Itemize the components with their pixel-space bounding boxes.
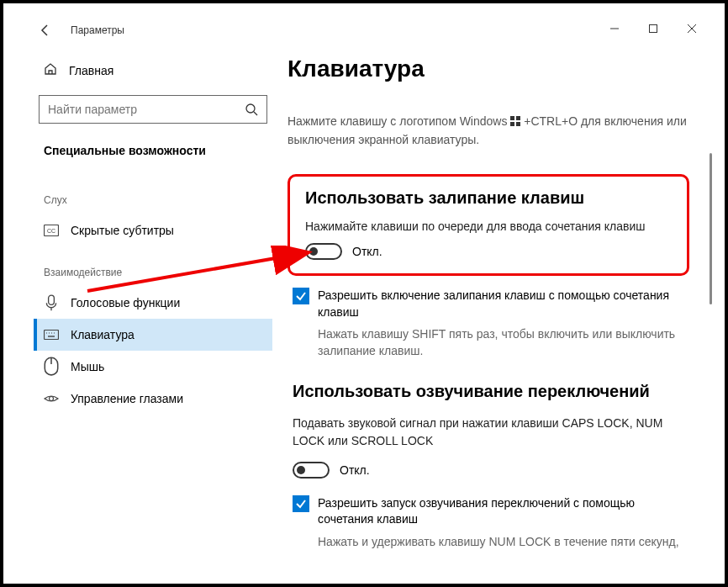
toggle-keys-title: Использовать озвучивание переключений (293, 382, 689, 401)
toggle-keys-toggle-state: Откл. (340, 463, 370, 477)
sidebar-item-label: Клавиатура (71, 328, 135, 341)
maximize-button[interactable] (634, 15, 673, 42)
home-icon (44, 62, 57, 78)
svg-rect-21 (516, 122, 520, 126)
page-title: Клавиатура (288, 56, 689, 82)
toggle-keys-description: Подавать звуковой сигнал при нажатии кла… (293, 415, 689, 450)
sticky-keys-section-highlight: Использовать залипание клавиш Нажимайте … (288, 174, 689, 276)
content-pane: Клавиатура Нажмите клавишу с логотипом W… (282, 45, 711, 577)
close-button[interactable] (673, 15, 711, 42)
sticky-keys-shortcut-help: Нажать клавишу SHIFT пять раз, чтобы вкл… (318, 325, 689, 360)
sticky-keys-shortcut-label: Разрешить включение залипания клавиш с п… (318, 288, 689, 320)
sidebar-item-keyboard[interactable]: Клавиатура (34, 319, 272, 351)
back-button[interactable] (37, 22, 54, 39)
sidebar-item-home[interactable]: Главная (34, 56, 272, 85)
windows-logo-icon (510, 114, 520, 131)
sidebar-item-speech[interactable]: Голосовые функции (34, 287, 272, 319)
svg-rect-9 (45, 331, 59, 340)
svg-point-17 (50, 397, 54, 401)
sidebar-item-label: Мышь (71, 360, 104, 373)
svg-rect-1 (650, 25, 657, 33)
sidebar-group-hearing: Слух (34, 174, 272, 214)
mouse-icon (44, 359, 59, 374)
sticky-keys-description: Нажимайте клавиши по очереди для ввода с… (305, 219, 672, 233)
toggle-keys-shortcut-help: Нажать и удерживать клавишу NUM LOCK в т… (318, 533, 689, 550)
search-icon (245, 103, 258, 116)
svg-text:CC: CC (47, 228, 55, 234)
svg-rect-19 (516, 116, 520, 120)
search-input[interactable] (48, 103, 245, 116)
sidebar-item-mouse[interactable]: Мышь (34, 351, 272, 383)
cc-icon: CC (44, 223, 59, 238)
svg-line-5 (254, 112, 257, 115)
onscreen-keyboard-help: Нажмите клавишу с логотипом Windows +CTR… (288, 113, 689, 149)
microphone-icon (44, 295, 59, 310)
scrollbar[interactable] (710, 153, 712, 304)
sticky-keys-shortcut-checkbox[interactable] (293, 288, 309, 304)
search-box[interactable] (39, 95, 267, 124)
eye-icon (44, 391, 59, 406)
toggle-keys-shortcut-label: Разрешить запуск озвучивания переключени… (318, 495, 689, 528)
sidebar-item-label: Скрытые субтитры (71, 224, 174, 237)
sidebar-item-eye-control[interactable]: Управление глазами (34, 383, 272, 415)
sticky-keys-title: Использовать залипание клавиш (305, 188, 672, 208)
sidebar: Главная Специальные возможности Слух CC … (24, 45, 282, 577)
minimize-button[interactable] (595, 15, 634, 42)
toggle-keys-shortcut-checkbox[interactable] (293, 495, 309, 512)
sidebar-category-heading: Специальные возможности (34, 139, 272, 174)
svg-point-4 (246, 104, 255, 113)
svg-rect-18 (510, 116, 514, 120)
sidebar-item-label: Управление глазами (71, 392, 183, 405)
svg-rect-20 (510, 122, 514, 126)
sidebar-home-label: Главная (69, 64, 113, 77)
keyboard-icon (44, 327, 59, 342)
titlebar: Параметры (24, 15, 711, 45)
sidebar-group-interaction: Взаимодействие (34, 246, 272, 287)
window-title: Параметры (71, 24, 124, 36)
svg-rect-8 (49, 295, 55, 304)
sticky-keys-toggle[interactable] (305, 243, 342, 260)
sidebar-item-captions[interactable]: CC Скрытые субтитры (34, 214, 272, 246)
sticky-keys-toggle-state: Откл. (352, 245, 382, 258)
sidebar-item-label: Голосовые функции (71, 296, 180, 309)
toggle-keys-toggle[interactable] (293, 462, 330, 479)
